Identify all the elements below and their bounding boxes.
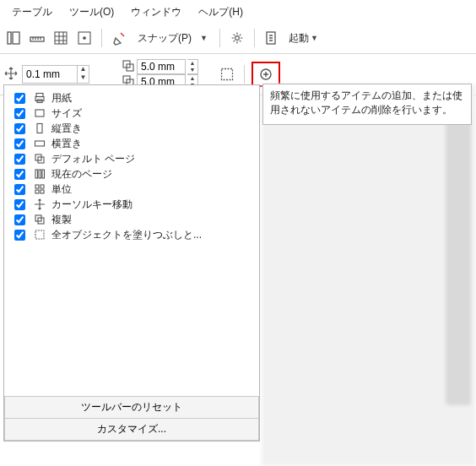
- main-toolbar: スナップ(P) ▼ 起動 ▼: [0, 24, 476, 54]
- item-label: 複製: [51, 213, 252, 227]
- dashed-rect-icon: [33, 228, 46, 241]
- chevron-down-icon: ▼: [197, 34, 211, 42]
- nudge-distance-input[interactable]: [23, 68, 77, 80]
- duplicate-x-icon: [122, 59, 135, 75]
- nudge-icon: [3, 66, 19, 84]
- bars-icon: [33, 167, 46, 181]
- canvas-area: [262, 84, 476, 466]
- list-item[interactable]: 用紙: [8, 90, 256, 106]
- list-item[interactable]: デフォルト ページ: [8, 151, 256, 166]
- item-checkbox[interactable]: [14, 199, 25, 210]
- separator: [101, 29, 102, 47]
- item-checkbox[interactable]: [14, 154, 25, 165]
- svg-rect-24: [42, 170, 45, 178]
- items-list: 用紙サイズ縦置き横置きデフォルト ページ現在のページ単位カーソルキー移動複製全オ…: [4, 85, 259, 396]
- item-checkbox[interactable]: [14, 108, 25, 119]
- item-checkbox[interactable]: [14, 138, 25, 149]
- customize-button[interactable]: カスタマイズ...: [4, 418, 259, 441]
- svg-rect-28: [41, 190, 44, 193]
- duplicate-x-input[interactable]: [137, 59, 186, 74]
- item-label: 横置き: [51, 137, 252, 151]
- tooltip-text: 頻繁に使用するアイテムの追加、または使用されないアイテムの削除を行います。: [270, 89, 462, 116]
- spinner-buttons[interactable]: ▲▼: [77, 66, 89, 83]
- svg-rect-25: [35, 185, 39, 188]
- item-checkbox[interactable]: [14, 214, 25, 225]
- nudge-distance-field[interactable]: ▲▼: [22, 65, 89, 84]
- menu-tool[interactable]: ツール(O): [62, 3, 121, 21]
- svg-rect-1: [13, 32, 19, 44]
- menubar: テーブル ツール(O) ウィンドウ ヘルプ(H): [0, 0, 476, 24]
- list-item[interactable]: カーソルキー移動: [8, 197, 256, 212]
- pen-edit-icon-button[interactable]: [109, 28, 129, 48]
- menu-help[interactable]: ヘルプ(H): [192, 3, 250, 21]
- separator: [219, 29, 220, 47]
- dup-icon: [33, 213, 46, 226]
- list-item[interactable]: サイズ: [8, 106, 256, 121]
- snap-dropdown[interactable]: スナップ(P) ▼: [133, 30, 213, 47]
- landscape-icon: [33, 137, 46, 150]
- panel-footer: ツールバーのリセット カスタマイズ...: [4, 396, 259, 441]
- portrait-icon: [33, 122, 46, 135]
- item-label: 全オブジェクトを塗りつぶしと...: [51, 228, 252, 242]
- item-label: 用紙: [51, 91, 252, 106]
- list-item[interactable]: 現在のページ: [8, 166, 256, 182]
- svg-rect-22: [35, 170, 38, 178]
- list-item[interactable]: 全オブジェクトを塗りつぶしと...: [8, 227, 256, 242]
- item-checkbox[interactable]: [14, 230, 25, 241]
- grid-icon-button[interactable]: [51, 28, 71, 48]
- item-checkbox[interactable]: [14, 93, 25, 104]
- svg-rect-18: [37, 124, 42, 133]
- svg-rect-19: [35, 141, 45, 146]
- spinner-buttons[interactable]: ▲▼: [187, 59, 198, 74]
- item-label: デフォルト ページ: [51, 152, 252, 166]
- center-dot-icon-button[interactable]: [74, 28, 95, 48]
- list-item[interactable]: 縦置き: [8, 121, 256, 136]
- svg-rect-3: [55, 32, 67, 44]
- tooltip: 頻繁に使用するアイテムの追加、または使用されないアイテムの削除を行います。: [262, 84, 472, 125]
- item-label: カーソルキー移動: [51, 198, 252, 212]
- menu-table[interactable]: テーブル: [5, 3, 59, 21]
- svg-rect-0: [8, 32, 11, 44]
- chevron-down-icon: ▼: [311, 34, 318, 42]
- treat-as-filled-button[interactable]: [217, 64, 237, 84]
- printer-icon: [33, 91, 46, 105]
- item-label: 単位: [51, 182, 252, 197]
- nudge-icon: [33, 198, 46, 211]
- rect-icon: [33, 106, 46, 120]
- separator: [244, 65, 245, 84]
- item-checkbox[interactable]: [14, 184, 25, 195]
- list-item[interactable]: 横置き: [8, 136, 256, 151]
- svg-rect-17: [35, 110, 44, 116]
- separator: [254, 29, 255, 47]
- settings-gear-button[interactable]: [227, 28, 247, 48]
- overlap-icon: [33, 152, 46, 165]
- grid4-icon: [33, 182, 46, 196]
- svg-rect-27: [35, 190, 39, 193]
- menu-window[interactable]: ウィンドウ: [124, 3, 188, 21]
- svg-rect-31: [35, 230, 44, 239]
- item-checkbox[interactable]: [14, 123, 25, 134]
- document-dropdown-icon[interactable]: [262, 28, 282, 48]
- svg-rect-12: [222, 69, 233, 80]
- svg-rect-14: [36, 94, 43, 97]
- item-label: 現在のページ: [51, 167, 252, 182]
- svg-point-5: [84, 37, 86, 40]
- item-checkbox[interactable]: [14, 169, 25, 180]
- snap-label: スナップ(P): [134, 31, 195, 46]
- item-label: サイズ: [51, 106, 252, 121]
- list-item[interactable]: 複製: [8, 212, 256, 227]
- svg-point-6: [235, 36, 240, 41]
- launch-dropdown[interactable]: 起動 ▼: [285, 31, 322, 46]
- ruler-icon-button[interactable]: [27, 28, 47, 48]
- toolbar-reset-button[interactable]: ツールバーのリセット: [4, 396, 259, 418]
- layout-icon-button[interactable]: [3, 28, 24, 48]
- item-label: 縦置き: [51, 122, 252, 136]
- svg-rect-26: [41, 185, 44, 188]
- launch-label: 起動: [289, 31, 309, 46]
- list-item[interactable]: 単位: [8, 182, 256, 197]
- svg-rect-23: [39, 170, 41, 178]
- customize-items-panel: 用紙サイズ縦置き横置きデフォルト ページ現在のページ単位カーソルキー移動複製全オ…: [3, 84, 260, 442]
